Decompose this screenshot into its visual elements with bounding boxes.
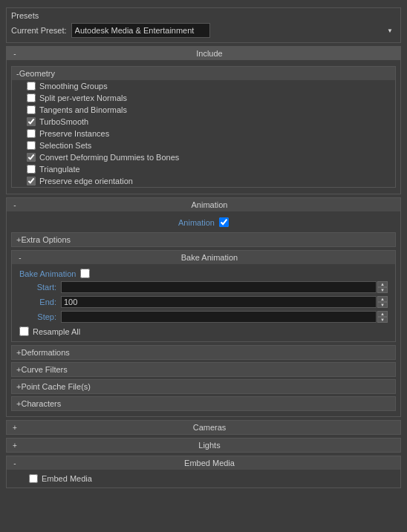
turbosmooth-checkbox[interactable] [27,117,36,126]
deformations-title: Deformations [21,348,69,357]
step-label: Step: [19,312,56,321]
turbosmooth-label: TurboSmooth [39,117,88,126]
bake-animation-checkbox[interactable] [80,269,90,278]
convert-dummies-row: Convert Deforming Dummies to Bones [12,151,395,163]
resample-label: Resample All [33,327,80,336]
embed-media-section: - Embed Media Embed Media [6,456,401,488]
selection-sets-checkbox[interactable] [27,141,36,150]
split-normals-row: Split per-vertex Normals [12,92,395,104]
end-up-button[interactable]: ▲ [377,296,388,302]
cameras-toggle: + [11,424,19,432]
preserve-edge-label: Preserve edge orientation [39,177,133,185]
embed-media-header[interactable]: - Embed Media [7,456,400,470]
lights-header[interactable]: + Lights [7,439,400,452]
embed-checkbox-row: Embed Media [14,473,393,485]
animation-section-header[interactable]: - Animation [7,198,400,211]
start-spinner: ▲ ▼ [377,281,388,293]
include-content: - Geometry Smoothing Groups Split per-ve… [7,60,400,194]
step-row: Step: ▲ ▼ [19,309,388,324]
resample-row: Resample All [19,324,388,338]
animation-section-title: Animation [23,200,396,209]
deformations-header[interactable]: + Deformations [12,346,395,359]
turbosmooth-row: TurboSmooth [12,116,395,128]
presets-section: Presets Current Preset: Autodesk Media &… [6,7,401,43]
characters-section: + Characters [11,396,396,411]
end-label: End: [19,298,56,306]
cameras-section: + Cameras [6,420,401,435]
end-spinner: ▲ ▼ [377,296,388,308]
geometry-header[interactable]: - Geometry [12,67,395,80]
end-input[interactable] [61,296,377,308]
end-down-button[interactable]: ▼ [377,302,388,308]
cameras-header[interactable]: + Cameras [7,421,400,434]
preserve-edge-row: Preserve edge orientation [12,175,395,187]
deformations-section: + Deformations [11,345,396,360]
step-input[interactable] [61,311,377,323]
animation-label: Animation [178,218,215,227]
bake-toggle: - [16,254,24,262]
animation-section: - Animation Animation + Extra Options - … [6,197,401,417]
start-input[interactable] [61,281,377,293]
convert-dummies-checkbox[interactable] [27,153,36,162]
presets-label: Presets [11,11,396,20]
preserve-edge-checkbox[interactable] [27,177,36,185]
preserve-instances-checkbox[interactable] [27,129,36,138]
bake-animation-header[interactable]: - Bake Animation [12,251,395,264]
curve-filters-header[interactable]: + Curve Filters [12,363,395,376]
step-up-button[interactable]: ▲ [377,311,388,317]
current-preset-label: Current Preset: [11,26,67,35]
characters-header[interactable]: + Characters [12,397,395,410]
preserve-instances-row: Preserve Instances [12,128,395,139]
bake-anim-label: Bake Animation [19,269,76,278]
start-down-button[interactable]: ▼ [377,287,388,293]
main-panel: Presets Current Preset: Autodesk Media &… [0,0,407,496]
convert-dummies-label: Convert Deforming Dummies to Bones [39,153,179,162]
start-input-wrapper: ▲ ▼ [61,281,388,293]
include-toggle: - [11,50,19,58]
point-cache-title: Point Cache File(s) [21,382,91,391]
extra-options-header[interactable]: + Extra Options [12,233,395,246]
resample-checkbox[interactable] [19,326,29,336]
bake-animation-title: Bake Animation [28,253,391,262]
curve-filters-section: + Curve Filters [11,362,396,377]
cameras-title: Cameras [23,423,396,432]
smoothing-groups-label: Smoothing Groups [39,82,108,91]
triangulate-checkbox[interactable] [27,165,36,174]
embed-media-checkbox[interactable] [29,474,38,483]
characters-title: Characters [21,399,61,408]
embed-media-label: Embed Media [42,474,92,483]
start-up-button[interactable]: ▲ [377,281,388,287]
tangents-label: Tangents and Binormals [39,105,127,114]
lights-section: + Lights [6,438,401,453]
lights-title: Lights [23,441,396,450]
extra-options-section: + Extra Options [11,232,396,247]
preset-select-wrapper: Autodesk Media & EntertainmentDefaultCus… [71,23,396,38]
preset-row: Current Preset: Autodesk Media & Enterta… [11,23,396,38]
selection-sets-label: Selection Sets [39,141,91,150]
geometry-content: Smoothing Groups Split per-vertex Normal… [12,80,395,187]
animation-checkbox-row: Animation [7,214,400,230]
preset-select[interactable]: Autodesk Media & EntertainmentDefaultCus… [71,23,210,38]
animation-checkbox[interactable] [219,217,229,227]
embed-media-content: Embed Media [7,470,400,487]
tangents-checkbox[interactable] [27,105,36,114]
tangents-row: Tangents and Binormals [12,104,395,116]
include-section: - Include - Geometry Smoothing Groups Sp [6,46,401,194]
extra-options-title: Extra Options [21,235,71,244]
include-header[interactable]: - Include [7,47,400,60]
lights-toggle: + [11,441,19,450]
preserve-instances-label: Preserve Instances [39,129,109,138]
step-down-button[interactable]: ▼ [377,317,388,323]
geometry-subsection: - Geometry Smoothing Groups Split per-ve… [11,66,396,188]
bake-checkbox-row: Bake Animation [19,267,388,280]
triangulate-label: Triangulate [39,165,80,174]
point-cache-section: + Point Cache File(s) [11,379,396,394]
start-label: Start: [19,283,56,292]
point-cache-header[interactable]: + Point Cache File(s) [12,380,395,393]
end-input-wrapper: ▲ ▼ [61,296,388,308]
smoothing-groups-checkbox[interactable] [27,82,36,91]
split-normals-label: Split per-vertex Normals [39,93,127,102]
bake-animation-section: - Bake Animation Bake Animation Start: ▲ [11,250,396,342]
step-input-wrapper: ▲ ▼ [61,311,388,323]
split-normals-checkbox[interactable] [27,93,36,102]
